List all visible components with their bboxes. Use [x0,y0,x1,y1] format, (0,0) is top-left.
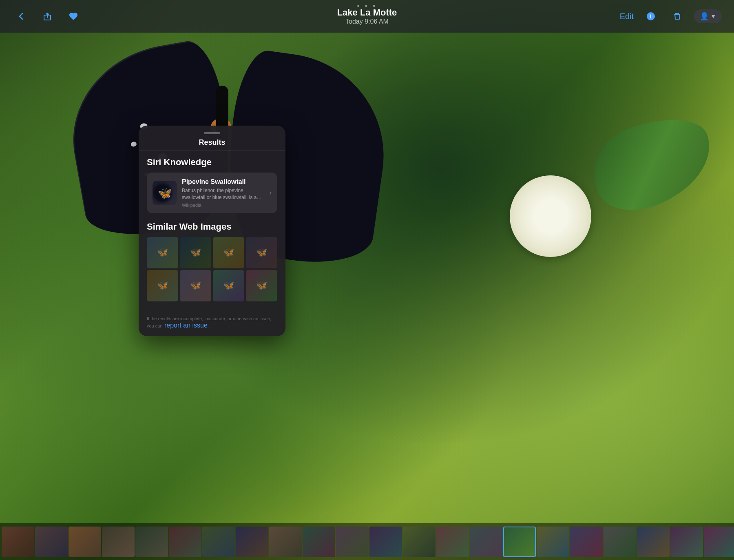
filmstrip-thumb-4[interactable] [102,527,135,557]
panel-drag-indicator[interactable] [204,132,220,134]
window-handle: • • • [355,0,379,13]
filmstrip-thumb-2[interactable] [35,527,68,557]
filmstrip-thumb-8[interactable] [236,527,268,557]
panel-header: Results [139,126,285,151]
knowledge-source: Wikipedia [182,203,265,208]
visual-lookup-panel: Results Siri Knowledge Pipevine Swallowt… [139,126,285,336]
similar-image-8[interactable] [246,270,277,301]
chevron-right-icon: › [270,189,272,197]
report-issue-link[interactable]: report an issue [164,322,208,329]
share-button[interactable] [38,7,56,25]
similar-image-4[interactable] [246,237,277,268]
filmstrip-thumb-21[interactable] [670,527,703,557]
footer-punctuation: . [209,323,210,328]
filmstrip-thumb-13[interactable] [403,527,436,557]
knowledge-thumb-image [153,181,177,205]
flower-center [510,175,591,257]
photo-filmstrip [0,523,734,560]
filmstrip-thumb-14[interactable] [436,527,469,557]
filmstrip-thumb-19[interactable] [604,527,636,557]
panel-title: Results [147,138,277,147]
flower-decoration [469,143,673,387]
filmstrip-thumb-1[interactable] [2,527,34,557]
similar-images-grid [147,237,277,301]
knowledge-card-text: Pipevine Swallowtail Battus philenor, th… [182,178,265,208]
filmstrip-thumb-22[interactable] [704,527,734,557]
similar-web-images-title: Similar Web Images [147,221,277,232]
panel-content: Siri Knowledge Pipevine Swallowtail Batt… [139,151,285,314]
similar-image-7[interactable] [213,270,244,301]
filmstrip-thumb-10[interactable] [303,527,335,557]
filmstrip-thumb-15[interactable] [470,527,502,557]
filmstrip-thumb-9[interactable] [269,527,302,557]
species-description: Battus philenor, the pipevine swallowtai… [182,187,265,201]
wing-spot [130,141,137,147]
edit-button[interactable]: Edit [620,12,634,21]
info-button[interactable]: i [642,7,660,25]
filmstrip-thumb-3[interactable] [69,527,101,557]
similar-image-2[interactable] [180,237,211,268]
knowledge-thumbnail [153,181,177,205]
photo-date: Today 9:06 AM [337,18,397,25]
siri-knowledge-title: Siri Knowledge [147,157,277,168]
back-button[interactable] [12,7,30,25]
svg-text:i: i [650,13,652,20]
panel-footer: If the results are incomplete, inaccurat… [139,314,285,336]
chevron-down-icon: ▼ [710,13,716,20]
toolbar-right-actions: Edit i 👤 ▼ [620,7,722,25]
delete-button[interactable] [668,7,686,25]
filmstrip-thumb-7[interactable] [202,527,235,557]
favorite-button[interactable] [64,7,82,25]
similar-image-5[interactable] [147,270,178,301]
filmstrip-thumb-6[interactable] [169,527,201,557]
filmstrip-thumb-12[interactable] [369,527,402,557]
filmstrip-thumb-20[interactable] [637,527,670,557]
similar-image-1[interactable] [147,237,178,268]
similar-image-3[interactable] [213,237,244,268]
filmstrip-thumb-5[interactable] [135,527,168,557]
filmstrip-thumb-18[interactable] [570,527,603,557]
filmstrip-thumb-11[interactable] [336,527,369,557]
more-options-button[interactable]: 👤 ▼ [694,9,722,23]
toolbar-left-actions [12,7,82,25]
knowledge-card[interactable]: Pipevine Swallowtail Battus philenor, th… [147,173,277,213]
similar-image-6[interactable] [180,270,211,301]
person-icon: 👤 [700,12,709,21]
filmstrip-inner [0,525,734,558]
filmstrip-thumb-active[interactable] [503,527,536,557]
filmstrip-thumb-17[interactable] [537,527,569,557]
species-name: Pipevine Swallowtail [182,178,265,186]
